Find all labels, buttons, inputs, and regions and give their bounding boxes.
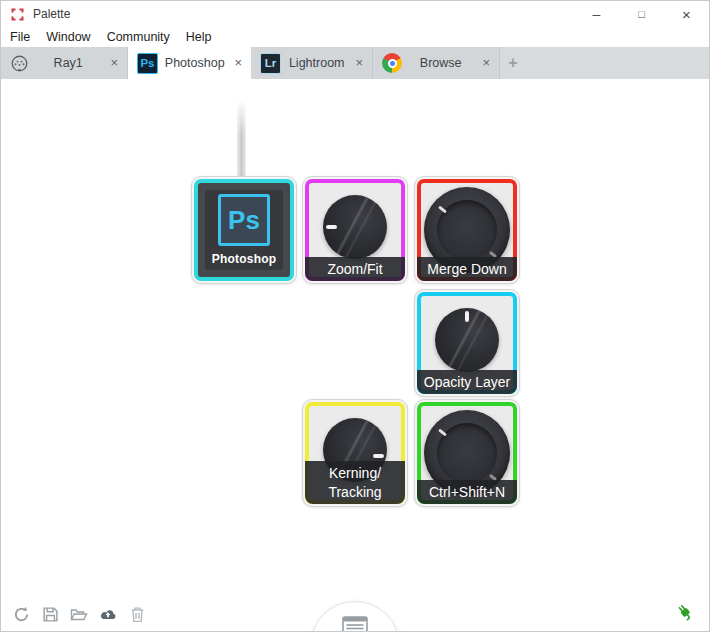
bottom-toolbar — [12, 605, 146, 623]
photoshop-icon: Ps — [137, 53, 158, 74]
tab-close-icon[interactable]: × — [479, 47, 499, 79]
dial-indicator — [438, 206, 447, 214]
device-tray-button[interactable] — [310, 601, 400, 632]
device-cable — [237, 101, 246, 177]
module-label: Merge Down — [417, 257, 517, 281]
layout-list-icon — [342, 616, 368, 632]
module-opacity-layer[interactable]: Opacity Layer — [414, 289, 520, 397]
tab-close-icon[interactable]: × — [107, 47, 127, 79]
photoshop-logo: Ps — [218, 194, 270, 246]
lightroom-icon: Lr — [260, 53, 281, 74]
dial-indicator — [465, 311, 469, 322]
module-frame: Ps Photoshop — [194, 179, 294, 281]
minimize-button[interactable]: – — [574, 1, 619, 27]
dial-indicator — [326, 225, 337, 229]
tab-photoshop[interactable]: Ps Photoshop × — [128, 47, 251, 79]
module-label: Ctrl+Shift+N — [417, 480, 517, 504]
tab-label: Lightroom — [281, 56, 352, 70]
tab-close-icon[interactable]: × — [231, 47, 251, 79]
tab-label: Browse — [402, 56, 479, 70]
screen-display: Ps Photoshop — [205, 190, 283, 270]
module-label: Zoom/Fit — [305, 257, 405, 281]
palette-app-window: Palette – □ × File Window Community Help… — [0, 0, 710, 632]
close-button[interactable]: × — [664, 1, 709, 27]
menu-window[interactable]: Window — [38, 30, 98, 44]
menu-help[interactable]: Help — [178, 30, 220, 44]
module-photoshop-screen[interactable]: Ps Photoshop — [191, 176, 297, 284]
layout-canvas[interactable]: Ps Photoshop Zoom/Fit Merge Down — [1, 79, 709, 631]
window-controls: – □ × — [574, 1, 709, 27]
midi-connector-icon — [10, 54, 29, 73]
maximize-button[interactable]: □ — [619, 1, 664, 27]
module-kerning-tracking[interactable]: Kerning/ Tracking — [302, 399, 408, 507]
menu-file[interactable]: File — [2, 30, 38, 44]
tab-close-icon[interactable]: × — [352, 47, 372, 79]
dial-indicator — [438, 429, 447, 437]
menu-community[interactable]: Community — [99, 30, 178, 44]
cloud-upload-icon[interactable] — [99, 605, 117, 623]
tab-bar: Ray1 × Ps Photoshop × Lr Lightroom × Bro… — [1, 47, 709, 79]
tab-label: Photoshop — [158, 56, 231, 70]
tab-label: Ray1 — [29, 56, 107, 70]
module-ctrl-shift-n[interactable]: Ctrl+Shift+N — [414, 399, 520, 507]
chrome-icon — [382, 53, 402, 73]
tab-ray1[interactable]: Ray1 × — [1, 47, 128, 79]
menu-bar: File Window Community Help — [1, 27, 709, 47]
open-folder-icon[interactable] — [70, 605, 88, 623]
plug-connected-icon — [674, 601, 696, 623]
screen-app-name: Photoshop — [212, 252, 276, 266]
window-title: Palette — [33, 7, 70, 21]
palette-logo-icon — [11, 8, 24, 21]
module-merge-down[interactable]: Merge Down — [414, 176, 520, 284]
refresh-icon[interactable] — [12, 605, 30, 623]
new-tab-button[interactable]: + — [500, 47, 526, 79]
module-label: Opacity Layer — [417, 370, 517, 394]
dial-indicator — [373, 454, 384, 458]
dial-knob[interactable] — [323, 195, 387, 259]
tab-browse[interactable]: Browse × — [373, 47, 500, 79]
tab-lightroom[interactable]: Lr Lightroom × — [251, 47, 373, 79]
module-label: Kerning/ Tracking — [305, 461, 405, 504]
trash-icon[interactable] — [128, 605, 146, 623]
module-zoom-fit[interactable]: Zoom/Fit — [302, 176, 408, 284]
title-bar[interactable]: Palette – □ × — [1, 1, 709, 27]
dial-knob[interactable] — [435, 308, 499, 372]
save-icon[interactable] — [41, 605, 59, 623]
